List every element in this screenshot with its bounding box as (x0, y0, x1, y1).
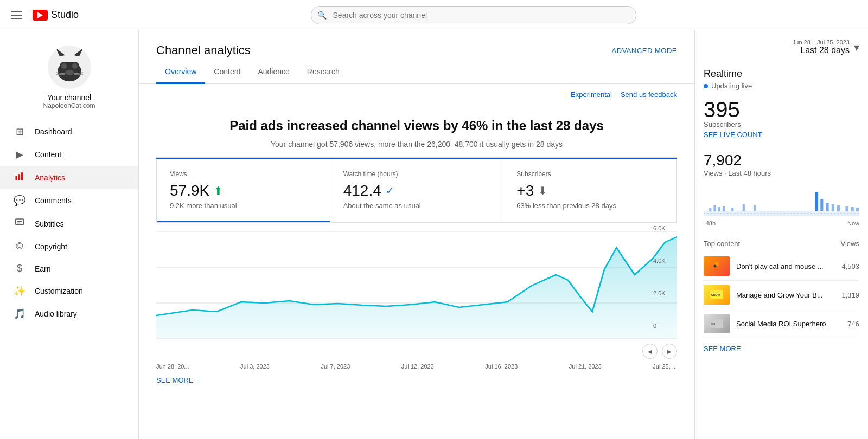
thumb-inner-1 (704, 256, 730, 276)
content-area: Channel analytics ADVANCED MODE Overview… (139, 30, 694, 439)
sidebar-item-comments[interactable]: 💬 Comments (0, 189, 138, 212)
dropdown-arrow-icon: ▾ (854, 41, 859, 54)
tab-content[interactable]: Content (205, 61, 249, 84)
svg-point-41 (714, 265, 717, 268)
x-label-0: Jun 28, 20... (156, 363, 189, 370)
svg-rect-30 (754, 205, 756, 211)
yt-icon (33, 10, 48, 21)
svg-point-4 (61, 63, 67, 69)
metric-card-watchtime[interactable]: Watch time (hours) 412.4 ✓ About the sam… (330, 159, 504, 222)
sidebar-item-copyright[interactable]: © Copyright (0, 235, 138, 257)
top-content-header: Top content Views (704, 240, 859, 248)
top-content-title: Top content (704, 240, 740, 248)
tab-overview[interactable]: Overview (156, 61, 205, 84)
date-range-value: Last 28 days (793, 46, 850, 55)
realtime-title: Realtime (704, 68, 859, 80)
date-range-selector[interactable]: Jun 28 – Jul 25, 2023 Last 28 days ▾ (704, 39, 859, 55)
subtitles-icon (13, 217, 26, 230)
y-label-3: 0 (653, 322, 677, 329)
content-views-3: 746 (847, 320, 859, 328)
avatar (48, 46, 91, 89)
dashboard-icon: ⊞ (13, 126, 26, 138)
insight-title: Paid ads increased channel views by 46% … (156, 118, 677, 133)
sidebar-item-audio-library[interactable]: 🎵 Audio library (0, 302, 138, 325)
see-more-button[interactable]: SEE MORE (156, 372, 194, 393)
thumbnail-2: GROW (704, 285, 730, 305)
chart-nav: ◀ ▶ (156, 344, 677, 359)
earn-icon: $ (13, 263, 26, 274)
analytics-body: Experimental Send us feedback Paid ads i… (139, 84, 694, 402)
analytics-icon (13, 171, 26, 184)
sidebar-item-label: Analytics (35, 173, 65, 182)
search-input[interactable] (311, 6, 636, 24)
svg-rect-24 (709, 208, 711, 211)
sidebar: Your channel NapoleonCat.com ⊞ Dashboard… (0, 30, 139, 439)
search-wrapper (311, 6, 636, 24)
tab-audience[interactable]: Audience (249, 61, 298, 84)
svg-rect-33 (826, 203, 829, 211)
date-range-label: Jun 28 – Jul 25, 2023 (793, 39, 850, 46)
x-label-2: Jul 7, 2023 (321, 363, 350, 370)
studio-label: Studio (51, 9, 79, 21)
svg-rect-35 (837, 205, 840, 211)
channel-name: Your channel (47, 93, 91, 102)
chart-prev-button[interactable]: ◀ (642, 344, 658, 359)
date-range-text: Jun 28 – Jul 25, 2023 Last 28 days (793, 39, 850, 55)
top-content-see-more-button[interactable]: SEE MORE (704, 338, 859, 353)
realtime-section: Realtime Updating live 395 Subscribers S… (704, 68, 859, 227)
realtime-status-text: Updating live (711, 82, 752, 90)
svg-rect-28 (731, 208, 733, 211)
svg-rect-26 (718, 207, 720, 211)
metric-label-views: Views (170, 170, 317, 178)
advanced-mode-button[interactable]: ADVANCED MODE (612, 47, 677, 55)
subscribers-count: 395 (704, 99, 859, 120)
sidebar-item-label: Copyright (35, 242, 67, 251)
list-item[interactable]: GROW Manage and Grow Your B... 1,319 (704, 281, 859, 309)
sidebar-item-label: Audio library (35, 309, 77, 318)
svg-rect-14 (18, 174, 20, 180)
y-label-2: 2.0K (653, 290, 677, 296)
channel-info: Your channel NapoleonCat.com (0, 35, 138, 120)
page-title: Channel analytics (156, 43, 251, 57)
svg-rect-25 (713, 205, 716, 211)
chart-y-labels: 6.0K 4.0K 2.0K 0 (653, 223, 677, 331)
tab-research[interactable]: Research (298, 61, 348, 84)
metric-value-subscribers: +3 ⬇ (516, 182, 663, 199)
hamburger-menu[interactable] (9, 9, 24, 21)
send-feedback-link[interactable]: Send us feedback (621, 91, 677, 99)
y-label-1: 4.0K (653, 257, 677, 264)
insight-section: Paid ads increased channel views by 46% … (156, 105, 677, 157)
thumbnail-1 (704, 256, 730, 276)
x-label-3: Jul 12, 2023 (401, 363, 434, 370)
live-dot-icon (704, 84, 708, 88)
realtime-views-label: Views · Last 48 hours (704, 169, 859, 177)
sidebar-item-analytics[interactable]: Analytics (0, 166, 138, 189)
metric-change-views: 9.2K more than usual (170, 202, 317, 210)
subscribers-label: Subscribers (704, 120, 859, 128)
top-content-section: Top content Views Don't play cat and mou… (704, 240, 859, 353)
metric-card-views[interactable]: Views 57.9K ⬆ 9.2K more than usual (157, 159, 330, 222)
sparkline-label-end: Now (847, 220, 859, 227)
list-item[interactable]: Don't play cat and mouse ... 4,503 (704, 252, 859, 281)
sidebar-item-customization[interactable]: ✨ Customization (0, 280, 138, 302)
experimental-label[interactable]: Experimental (571, 91, 612, 99)
metric-card-subscribers[interactable]: Subscribers +3 ⬇ 63% less than previous … (503, 159, 676, 222)
x-label-6: Jul 25, ... (653, 363, 677, 370)
x-label-4: Jul 16, 2023 (485, 363, 518, 370)
sidebar-item-dashboard[interactable]: ⊞ Dashboard (0, 120, 138, 143)
svg-text:ROI: ROI (711, 322, 715, 325)
svg-rect-34 (832, 204, 834, 211)
sidebar-item-content[interactable]: ▶ Content (0, 143, 138, 166)
sidebar-item-earn[interactable]: $ Earn (0, 257, 138, 280)
chart-next-button[interactable]: ▶ (662, 344, 677, 359)
list-item[interactable]: ROI Social Media ROI Superhero 746 (704, 309, 859, 338)
see-live-count-button[interactable]: SEE LIVE COUNT (704, 131, 859, 139)
sidebar-item-label: Customization (35, 287, 83, 295)
sidebar-item-subtitles[interactable]: Subtitles (0, 212, 138, 235)
metric-value-watchtime: 412.4 ✓ (343, 182, 490, 199)
svg-rect-31 (815, 192, 818, 211)
header: Studio (0, 0, 868, 30)
svg-rect-38 (856, 208, 859, 211)
metric-cards: Views 57.9K ⬆ 9.2K more than usual Watch… (156, 159, 677, 223)
chart-section: ◀ ▶ Jun 28, 20... Jul 3, 2023 Jul 7, 202… (156, 223, 677, 402)
